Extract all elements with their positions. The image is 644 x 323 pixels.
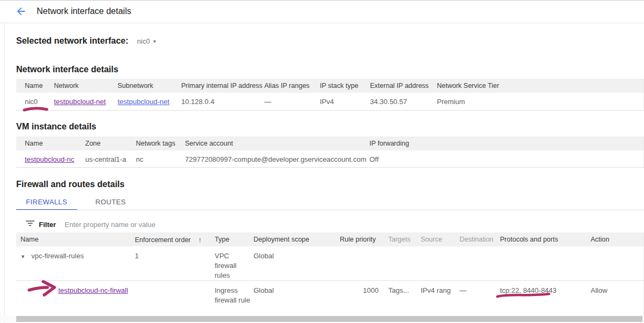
enforcement-order-label: Enforcement order (135, 236, 191, 244)
cell-rule-priority (340, 246, 379, 281)
cell-action (591, 246, 644, 281)
col-header-source: Source (421, 232, 460, 246)
horizontal-scrollbar-thumb[interactable] (16, 316, 642, 322)
cell-external-ip: 34.30.50.57 (370, 93, 437, 111)
col-header-subnetwork: Subnetwork (118, 79, 181, 93)
col-header-network: Network (54, 79, 118, 93)
sort-ascending-icon[interactable]: ↑ (198, 236, 202, 244)
col-header-service-account: Service account (185, 136, 369, 150)
cell-zone: us-central1-a (85, 150, 136, 168)
col-header-name: Name (16, 232, 135, 246)
subnetwork-link[interactable]: testpubcloud-net (118, 98, 169, 106)
cell-service-tier: Premium (437, 93, 644, 111)
cell-alias-ranges: — (264, 93, 320, 111)
left-border-rule (4, 23, 5, 323)
top-bar: Network interface details (0, 1, 644, 23)
cell-source: IPv4 rang (421, 281, 460, 317)
col-header-action: Action (591, 232, 644, 246)
firewall-routes-tabs: FIREWALLS ROUTES (16, 195, 135, 210)
cell-action: Allow (591, 281, 644, 317)
table-row: ▼vpc-firewall-rules 1 VPC firewall rules… (16, 246, 644, 281)
col-header-enforcement-order[interactable]: Enforcement order↑ (135, 232, 215, 246)
filter-icon (26, 219, 35, 229)
nic-header-row: Name Network Subnetwork Primary internal… (16, 79, 644, 93)
firewall-header-row: Name Enforcement order↑ Type Deployment … (16, 232, 644, 246)
cell-stack-type: IPv4 (320, 93, 370, 111)
page-title: Network interface details (37, 6, 131, 16)
cell-enforcement-order: 1 (135, 246, 215, 281)
tab-firewalls-label: FIREWALLS (26, 198, 67, 206)
network-interface-details-page: Network interface details Selected netwo… (0, 0, 644, 323)
cell-source (421, 246, 460, 281)
cell-network-tags: nc (136, 150, 185, 168)
cell-subnetwork: testpubcloud-net (118, 93, 181, 111)
table-row: nic0 testpubcloud-net testpubcloud-net 1… (16, 93, 644, 111)
horizontal-scrollbar-track[interactable] (0, 315, 644, 322)
filter-input[interactable] (64, 220, 292, 229)
cell-network: testpubcloud-net (54, 93, 118, 111)
firewall-rule-link[interactable]: testpubcloud-nc-firwall (58, 286, 128, 294)
selected-interface-row: Selected network interface: nic0 ▾ (16, 36, 156, 46)
cell-deployment-scope: Global (254, 246, 340, 281)
filter-bar: Filter (26, 217, 292, 231)
col-header-external-ip: External IP address (370, 79, 437, 93)
col-header-rule-priority: Rule priority (340, 232, 379, 246)
cell-name: ▼vpc-firewall-rules (16, 246, 135, 281)
cell-ip-forwarding: Off (369, 150, 644, 168)
firewall-section-heading: Firewall and routes details (16, 180, 125, 189)
tab-routes[interactable]: ROUTES (86, 195, 136, 210)
col-header-protocols-ports: Protocols and ports (500, 232, 591, 246)
nic-table: Name Network Subnetwork Primary internal… (16, 79, 644, 111)
col-header-primary-ip: Primary internal IP address (181, 79, 264, 93)
cell-primary-ip: 10.128.0.4 (181, 93, 264, 111)
table-row: testpubcloud-nc-firwall Ingress firewall… (16, 281, 644, 317)
firewall-group-name: vpc-firewall-rules (31, 252, 84, 260)
cell-destination (460, 246, 500, 281)
col-header-destination: Destination (460, 232, 500, 246)
collapse-caret-icon[interactable]: ▼ (20, 254, 25, 259)
interface-select[interactable]: nic0 (137, 37, 150, 45)
cell-destination: — (460, 281, 500, 317)
firewall-rules-table: Name Enforcement order↑ Type Deployment … (16, 232, 644, 317)
nic-section-heading: Network interface details (16, 65, 118, 74)
cell-vm-name: testpubcloud-nc (16, 150, 85, 168)
cell-targets: Tags... (379, 281, 421, 317)
cell-service-account: 729772080997-compute@developer.gservicea… (185, 150, 369, 168)
col-header-stack-type: IP stack type (320, 79, 370, 93)
cell-type: Ingress firewall rule (215, 281, 254, 317)
col-header-network-tags: Network tags (136, 136, 185, 150)
vm-table: Name Zone Network tags Service account I… (16, 136, 644, 168)
cell-protocols-ports: tcp:22, 8440-8443 (500, 281, 591, 317)
back-arrow-icon[interactable] (15, 5, 28, 18)
cell-enforcement-order (135, 281, 215, 317)
col-header-ip-forwarding: IP forwarding (369, 136, 644, 150)
cell-targets (379, 246, 421, 281)
chevron-down-icon[interactable]: ▾ (153, 38, 156, 44)
cell-deployment-scope: Global (254, 281, 340, 317)
col-header-alias-ranges: Alias IP ranges (264, 79, 320, 93)
col-header-deployment-scope: Deployment scope (254, 232, 340, 246)
table-row: testpubcloud-nc us-central1-a nc 7297720… (16, 150, 644, 168)
cell-rule-priority: 1000 (340, 281, 379, 317)
col-header-zone: Zone (85, 136, 136, 150)
selected-interface-label: Selected network interface: (16, 36, 128, 46)
col-header-name: Name (16, 136, 85, 150)
cell-protocols-ports (500, 246, 591, 281)
cell-nic-name: nic0 (16, 93, 54, 111)
col-header-service-tier: Network Service Tier (437, 79, 644, 93)
cell-type: VPC firewall rules (215, 246, 254, 281)
col-header-targets: Targets (379, 232, 421, 246)
vm-section-heading: VM instance details (16, 122, 97, 132)
vm-header-row: Name Zone Network tags Service account I… (16, 136, 644, 150)
col-header-type: Type (215, 232, 254, 246)
cell-name: testpubcloud-nc-firwall (16, 281, 135, 317)
network-link[interactable]: testpubcloud-net (54, 98, 106, 106)
tab-firewalls[interactable]: FIREWALLS (16, 195, 77, 210)
tab-routes-label: ROUTES (95, 198, 126, 206)
filter-label: Filter (39, 221, 56, 229)
vm-instance-link[interactable]: testpubcloud-nc (25, 155, 74, 163)
col-header-name: Name (16, 79, 54, 93)
tabs-divider (16, 210, 644, 210)
